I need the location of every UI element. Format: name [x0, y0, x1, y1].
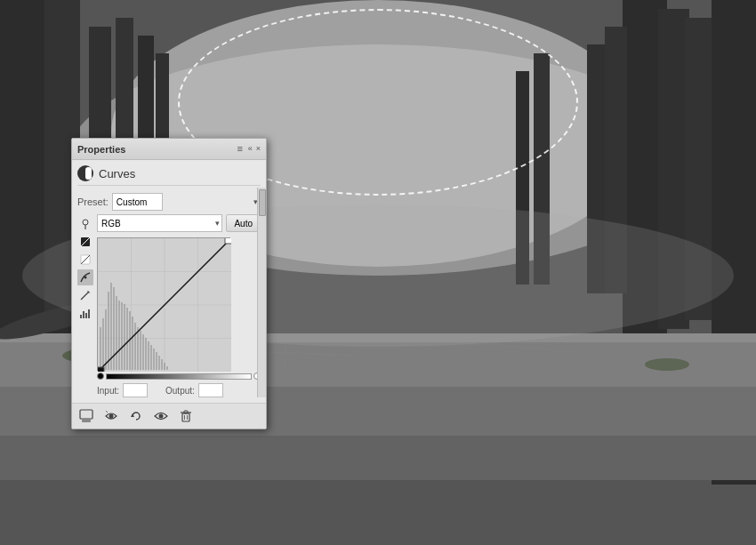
- svg-rect-82: [225, 238, 231, 244]
- panel-titlebar: Properties « × ≡: [72, 139, 266, 160]
- curve-edit-tool[interactable]: [77, 269, 93, 285]
- svg-rect-45: [83, 311, 84, 318]
- svg-line-42: [81, 293, 88, 300]
- channel-select-wrapper: RGB Red Green Blue: [97, 214, 222, 232]
- output-label: Output:: [165, 386, 195, 396]
- auto-button[interactable]: Auto: [226, 214, 261, 232]
- svg-rect-80: [166, 366, 168, 370]
- panel-collapse-btn[interactable]: «: [248, 145, 253, 153]
- curves-title-text: Curves: [99, 167, 135, 180]
- histogram-view[interactable]: [77, 305, 93, 321]
- input-label: Input:: [97, 386, 119, 396]
- svg-rect-61: [116, 296, 117, 370]
- panel-menu-btn[interactable]: ≡: [237, 143, 243, 154]
- svg-point-41: [84, 277, 87, 279]
- panel-body: Curves Preset: Custom: [72, 160, 266, 403]
- svg-rect-65: [126, 308, 128, 370]
- panel-close-btn[interactable]: ×: [256, 145, 261, 153]
- output-value[interactable]: [198, 383, 223, 397]
- svg-rect-72: [145, 338, 147, 370]
- svg-rect-44: [80, 315, 82, 318]
- tools-and-graph: RGB Red Green Blue Auto: [77, 214, 261, 397]
- svg-rect-73: [148, 341, 149, 370]
- toggle-visibility-btn[interactable]: [152, 407, 170, 425]
- scroll-thumb[interactable]: [259, 189, 266, 216]
- channel-select[interactable]: RGB Red Green Blue: [97, 214, 222, 232]
- svg-rect-79: [164, 363, 165, 370]
- svg-rect-84: [80, 410, 92, 419]
- svg-rect-57: [105, 309, 107, 370]
- svg-rect-75: [153, 349, 155, 370]
- svg-rect-89: [182, 413, 189, 421]
- panel-controls: « ×: [248, 145, 261, 153]
- svg-rect-68: [134, 323, 136, 370]
- reset-adjustments-btn[interactable]: [127, 407, 145, 425]
- svg-rect-46: [85, 313, 87, 318]
- svg-rect-77: [158, 356, 160, 370]
- svg-rect-76: [156, 352, 157, 370]
- svg-rect-58: [108, 292, 109, 370]
- svg-rect-78: [161, 359, 163, 370]
- eyedropper-tool[interactable]: [77, 216, 93, 232]
- svg-rect-69: [137, 327, 139, 370]
- preset-row: Preset: Custom: [77, 193, 261, 211]
- svg-rect-85: [82, 419, 91, 422]
- preset-select-wrapper: Custom: [112, 193, 261, 211]
- svg-rect-71: [142, 334, 144, 370]
- delete-adjustment-btn[interactable]: [177, 407, 195, 425]
- input-value[interactable]: [123, 383, 148, 397]
- pencil-draw-tool[interactable]: [77, 287, 93, 303]
- panel-title: Properties: [77, 144, 125, 155]
- svg-rect-64: [124, 304, 125, 370]
- svg-rect-83: [98, 367, 104, 372]
- preset-select[interactable]: Custom: [112, 193, 163, 211]
- properties-panel: Properties « × ≡ Curves Preset: Custom: [71, 138, 267, 429]
- curves-layer-icon: [77, 165, 93, 181]
- svg-rect-56: [102, 318, 104, 370]
- svg-rect-55: [100, 327, 101, 370]
- channel-row: RGB Red Green Blue Auto: [97, 214, 261, 232]
- black-slider[interactable]: [97, 373, 104, 380]
- panel-scrollbar[interactable]: [257, 188, 266, 397]
- svg-rect-62: [118, 301, 120, 370]
- svg-rect-74: [150, 345, 152, 370]
- io-row: Input: Output:: [97, 383, 261, 397]
- curves-header: Curves: [77, 165, 261, 186]
- right-content: RGB Red Green Blue Auto: [97, 214, 261, 397]
- svg-rect-63: [121, 302, 123, 370]
- svg-point-88: [159, 414, 164, 419]
- input-gradient-bar: [106, 373, 252, 380]
- svg-rect-67: [132, 317, 133, 370]
- curves-graph[interactable]: [97, 237, 230, 371]
- svg-rect-34: [85, 167, 92, 180]
- svg-rect-60: [113, 287, 115, 370]
- svg-point-86: [109, 414, 114, 419]
- previous-state-btn[interactable]: [102, 407, 120, 425]
- preset-label: Preset:: [77, 196, 109, 207]
- black-point-tool[interactable]: [77, 234, 93, 250]
- white-point-tool[interactable]: [77, 252, 93, 268]
- svg-rect-70: [140, 331, 141, 370]
- clip-to-below-btn[interactable]: [77, 407, 95, 425]
- svg-rect-47: [88, 309, 90, 318]
- left-tools: [77, 214, 93, 397]
- svg-point-35: [83, 220, 88, 225]
- panel-footer: [72, 403, 266, 429]
